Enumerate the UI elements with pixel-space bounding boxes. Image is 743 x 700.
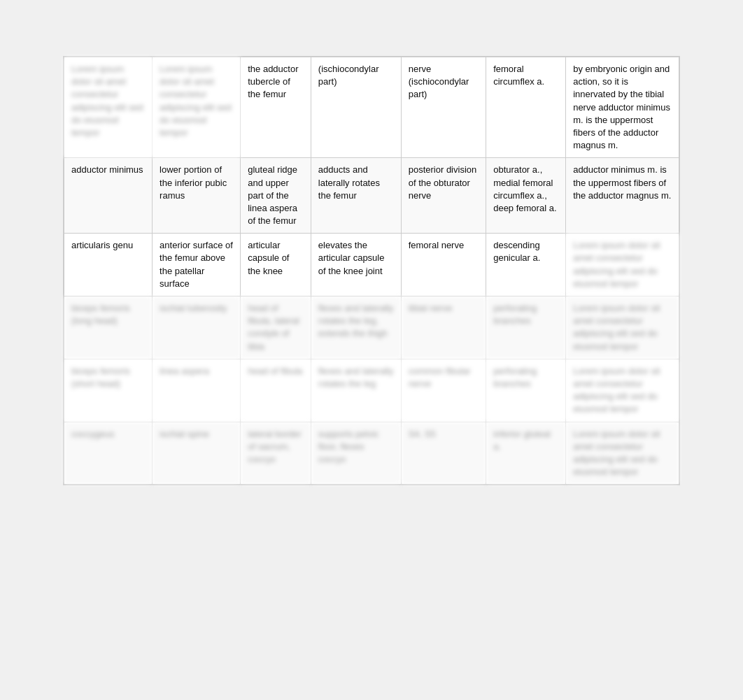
table-cell: head of fibula (241, 359, 311, 422)
table-cell: femoral nerve (401, 234, 486, 297)
table-cell: Lorem ipsum dolor sit amet consectetur a… (566, 422, 679, 485)
table-cell: the adductor tubercle of the femur (241, 57, 311, 158)
table-cell: supports pelvic floor, flexes coccyx (311, 422, 401, 485)
table-cell: elevates the articular capsule of the kn… (311, 234, 401, 297)
table-cell: Lorem ipsum dolor sit amet consectetur a… (64, 57, 153, 158)
table-cell: adductor minimus m. is the uppermost fib… (566, 158, 679, 234)
table-cell: lateral border of sacrum, coccyx (241, 422, 311, 485)
table-cell: adductor minimus (64, 158, 153, 234)
table-cell: Lorem ipsum dolor sit amet consectetur a… (566, 359, 679, 422)
table-cell: posterior division of the obturator nerv… (401, 158, 486, 234)
table-wrapper: Lorem ipsum dolor sit amet consectetur a… (63, 56, 680, 485)
table-cell: lower portion of the inferior pubic ramu… (153, 158, 241, 234)
table-cell: perforating branches (486, 297, 566, 359)
table-cell: flexes and laterally rotates the leg, ex… (311, 297, 401, 359)
table-cell: S4, S5 (401, 422, 486, 485)
table-cell: gluteal ridge and upper part of the line… (241, 158, 311, 234)
table-row: Lorem ipsum dolor sit amet consectetur a… (64, 57, 679, 158)
table-cell: adducts and laterally rotates the femur (311, 158, 401, 234)
table-cell: biceps femoris (short head) (64, 359, 153, 422)
table-cell: femoral circumflex a. (486, 57, 566, 158)
table-cell: linea aspera (153, 359, 241, 422)
table-row: adductor minimuslower portion of the inf… (64, 158, 679, 234)
table-row: biceps femoris (short head)linea asperah… (64, 359, 679, 422)
table-cell: flexes and laterally rotates the leg (311, 359, 401, 422)
table-row: biceps femoris (long head)ischial tubero… (64, 297, 679, 359)
table-row: coccygeusischial spinelateral border of … (64, 422, 679, 485)
table-cell: obturator a., medial femoral circumflex … (486, 158, 566, 234)
table-cell: head of fibula, lateral condyle of tibia (241, 297, 311, 359)
table-cell: ischial tuberosity (153, 297, 241, 359)
table-cell: articular capsule of the knee (241, 234, 311, 297)
table-cell: ischial spine (153, 422, 241, 485)
table-cell: nerve (ischiocondylar part) (401, 57, 486, 158)
page: Lorem ipsum dolor sit amet consectetur a… (0, 0, 743, 700)
table-cell: perforating branches (486, 359, 566, 422)
table-cell: tibial nerve (401, 297, 486, 359)
table-cell: biceps femoris (long head) (64, 297, 153, 359)
table-cell: descending genicular a. (486, 234, 566, 297)
table-cell: by embryonic origin and action, so it is… (566, 57, 679, 158)
table-cell: Lorem ipsum dolor sit amet consectetur a… (566, 234, 679, 297)
table-cell: Lorem ipsum dolor sit amet consectetur a… (566, 297, 679, 359)
table-cell: anterior surface of the femur above the … (153, 234, 241, 297)
table-cell: articularis genu (64, 234, 153, 297)
table-cell: coccygeus (64, 422, 153, 485)
table-cell: (ischiocondylar part) (311, 57, 401, 158)
table-cell: inferior gluteal a. (486, 422, 566, 485)
anatomy-table: Lorem ipsum dolor sit amet consectetur a… (64, 57, 679, 485)
table-row: articularis genuanterior surface of the … (64, 234, 679, 297)
table-cell: Lorem ipsum dolor sit amet consectetur a… (153, 57, 241, 158)
table-cell: common fibular nerve (401, 359, 486, 422)
